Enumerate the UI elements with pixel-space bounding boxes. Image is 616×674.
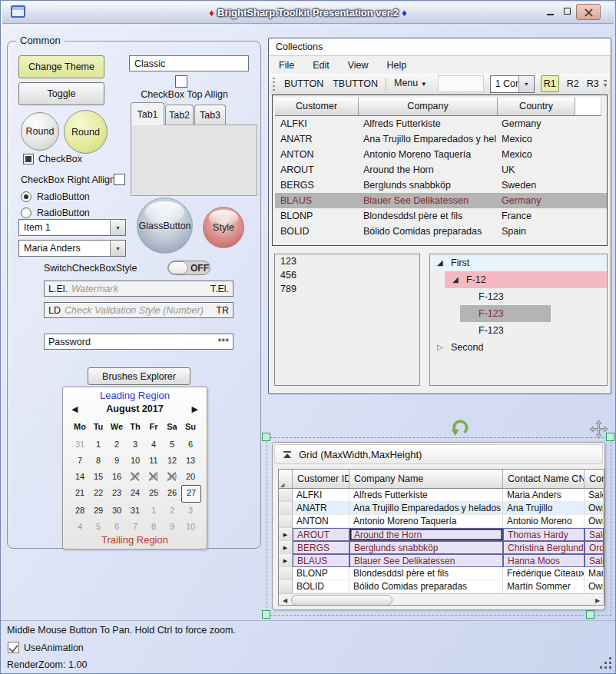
row-indicator-icon[interactable]: ▶: [279, 554, 293, 567]
row-header[interactable]: [279, 580, 293, 593]
toolbar-grip-icon[interactable]: [273, 78, 275, 91]
switch-knob[interactable]: [168, 261, 188, 274]
radio-button-1[interactable]: [21, 191, 31, 202]
table-row[interactable]: ANATRAna Trujillo Emparedados y helaMexi…: [275, 131, 607, 147]
row-indicator-icon[interactable]: ▶: [279, 528, 293, 541]
table-row-selected[interactable]: BLAUSBlauer See DelikatessenGermany: [275, 193, 607, 208]
table-row[interactable]: ANTONAntonio Moreno TaqueríaMexico: [275, 147, 607, 162]
calendar-date[interactable]: 31: [71, 437, 89, 453]
calendar-date[interactable]: 8: [144, 519, 163, 535]
tree-expanded-icon[interactable]: ◢: [452, 271, 459, 288]
calendar-date[interactable]: 8: [89, 453, 108, 469]
scrollbar-thumb[interactable]: [291, 595, 392, 606]
column-header-customer[interactable]: Customer: [275, 98, 359, 116]
tab-tab3[interactable]: Tab3: [194, 105, 226, 125]
theme-combobox[interactable]: Classic: [129, 55, 249, 71]
calendar-date[interactable]: 20: [181, 469, 200, 485]
column-header-contact-title[interactable]: Conta: [585, 470, 604, 489]
table-row-selected[interactable]: ▶AROUTAround the HornThomas HardySales: [279, 528, 604, 541]
menu-help[interactable]: Help: [378, 57, 416, 74]
chevron-down-icon[interactable]: ▼: [110, 220, 125, 235]
column-header-company-name[interactable]: Company Name: [349, 470, 503, 489]
select-all-cell[interactable]: ◢: [279, 470, 293, 489]
row-header[interactable]: [279, 515, 293, 528]
toolbar-button[interactable]: BUTTON: [280, 76, 328, 92]
calendar-date[interactable]: 6: [108, 519, 126, 535]
calendar-date[interactable]: 21: [71, 485, 89, 501]
style-glass-button[interactable]: Style: [203, 207, 244, 248]
column-header-contact-name[interactable]: Contact Name CN: [503, 470, 585, 489]
glass-button[interactable]: GlassButton: [137, 198, 193, 254]
column-header-company[interactable]: Company: [359, 98, 498, 116]
radio-button-2[interactable]: [21, 208, 31, 218]
use-animation-checkbox[interactable]: [8, 642, 19, 653]
calendar-date[interactable]: 6: [181, 437, 200, 453]
tree-item-f123[interactable]: F-123: [430, 322, 607, 339]
list-item[interactable]: 456: [275, 268, 419, 282]
tree-item-first[interactable]: ◢ First: [430, 254, 607, 271]
round-button-yellow[interactable]: Round: [64, 110, 108, 154]
toolbar-menu-button[interactable]: Menu ▼: [389, 75, 432, 92]
calendar-date[interactable]: 14: [71, 469, 89, 485]
menu-edit[interactable]: Edit: [303, 57, 339, 74]
calendar-date[interactable]: 4: [71, 519, 89, 535]
calendar-date[interactable]: 1: [144, 503, 163, 519]
table-row-selected[interactable]: ▶BERGSBerglunds snabbköpChristina Berglu…: [279, 541, 604, 554]
table-row[interactable]: ANATRAna Trujillo Emparedados y heladosA…: [279, 502, 604, 515]
tree-collapsed-icon[interactable]: ▷: [437, 339, 443, 356]
validation-textbox[interactable]: LD Check Validation Style (Number) TR: [44, 302, 233, 318]
calendar-date[interactable]: 1: [89, 437, 108, 453]
row-header[interactable]: [279, 502, 293, 515]
resize-grip-icon[interactable]: [600, 666, 602, 669]
tree-item-second[interactable]: ▷ Second: [430, 339, 607, 356]
chevron-down-icon[interactable]: ▼: [518, 76, 534, 92]
toolbar-textbox[interactable]: [438, 75, 484, 92]
minimize-button[interactable]: [543, 5, 558, 19]
column-header-country[interactable]: Country: [498, 98, 575, 116]
table-row[interactable]: BERGSBerglunds snabbköpSweden: [275, 178, 607, 193]
checkbox-right-align[interactable]: [114, 174, 125, 185]
toolbar-radio-r1[interactable]: R1: [541, 75, 559, 92]
name-combobox[interactable]: Maria Anders ▼: [18, 240, 126, 257]
column-header-empty[interactable]: [575, 98, 601, 116]
calendar-date[interactable]: 30: [108, 503, 126, 519]
row-header[interactable]: [279, 489, 293, 502]
list-item[interactable]: 123: [275, 254, 419, 268]
adorner-handle[interactable]: [586, 610, 594, 619]
toolbar-toggle-button[interactable]: TBUTTON: [328, 76, 383, 92]
calendar-date[interactable]: 5: [89, 519, 108, 535]
calendar-date[interactable]: 7: [126, 519, 144, 535]
calendar-date[interactable]: 29: [89, 503, 108, 519]
calendar-date[interactable]: 11: [144, 453, 163, 469]
scroll-left-icon[interactable]: ◀: [279, 597, 291, 604]
adorner-handle[interactable]: [262, 433, 270, 441]
brushes-explorer-button[interactable]: Brushes Explorer: [88, 367, 190, 385]
row-indicator-icon[interactable]: ▶: [279, 541, 293, 554]
title-bar[interactable]: ♦BrightSharp.Toolkit Presentation ver.2♦: [2, 2, 614, 24]
calendar-date[interactable]: 9: [163, 519, 181, 535]
row-header[interactable]: [279, 567, 293, 580]
table-row[interactable]: BLONPBlondesddsl père et filsFrédérique …: [279, 567, 604, 580]
toolbar-radio-r2[interactable]: R2: [567, 76, 579, 91]
calendar-date[interactable]: 25: [144, 485, 163, 501]
tree-expanded-icon[interactable]: ◢: [437, 254, 443, 271]
maximize-button[interactable]: [560, 5, 575, 19]
toggle-button[interactable]: Toggle: [18, 82, 104, 105]
calendar-next-icon[interactable]: ▶: [192, 404, 198, 414]
adorner-handle[interactable]: [262, 610, 270, 619]
item-combobox[interactable]: Item 1 ▼: [18, 219, 126, 236]
toolbar-overflow-icon[interactable]: ▾: [604, 80, 607, 88]
calendar-date[interactable]: 3: [181, 503, 200, 519]
table-row[interactable]: BOLIDBólido Comidas preparadasSpain: [275, 224, 607, 239]
tree-item-f12[interactable]: ◢ F-12: [430, 271, 607, 288]
column-header-customer-id[interactable]: Customer ID: [293, 470, 349, 489]
change-theme-button[interactable]: Change Theme: [18, 55, 104, 78]
calendar-date[interactable]: 26: [163, 485, 181, 501]
round-button-gray[interactable]: Round: [21, 112, 59, 151]
calendar-date[interactable]: 2: [163, 503, 181, 519]
list-item[interactable]: 789: [275, 282, 419, 296]
horizontal-scrollbar[interactable]: ◀ ▶: [279, 593, 604, 606]
scroll-right-icon[interactable]: ▶: [591, 597, 604, 604]
table-row[interactable]: ANTONAntonio Moreno TaqueríaAntonio More…: [279, 515, 604, 528]
table-row[interactable]: AROUTAround the HornUK: [275, 162, 607, 178]
